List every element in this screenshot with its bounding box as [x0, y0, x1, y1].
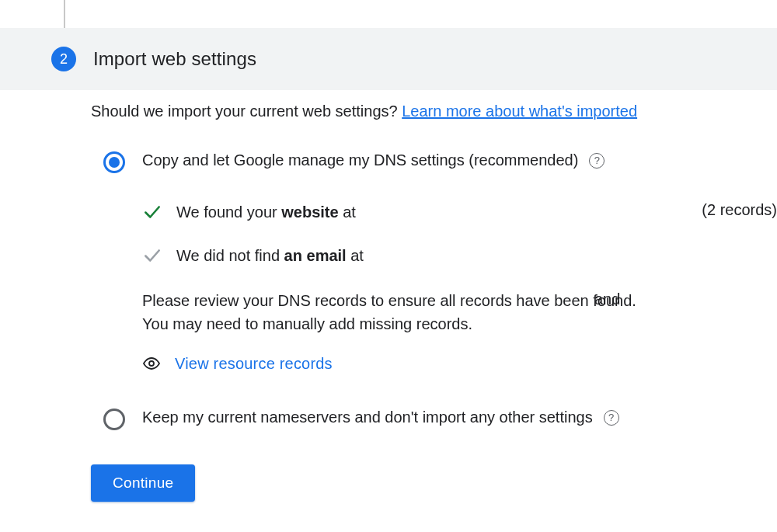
- continue-button[interactable]: Continue: [91, 464, 195, 502]
- check-icon: [142, 202, 162, 222]
- option-copy-dns-label-row: Copy and let Google manage my DNS settin…: [142, 151, 777, 169]
- check-gray-icon: [142, 245, 162, 266]
- eye-icon: [142, 354, 161, 373]
- step-body: Should we import your current web settin…: [91, 90, 777, 502]
- review-note: Please review your DNS records to ensure…: [142, 289, 777, 336]
- option-body-copy-dns: Copy and let Google manage my DNS settin…: [142, 151, 777, 373]
- found-website-row: We found your website at: [142, 202, 777, 222]
- step-number-badge: 2: [51, 47, 76, 71]
- found-website-and: and: [594, 290, 620, 308]
- found-email-prefix: We did not find: [176, 247, 284, 264]
- stepper-line: [64, 0, 65, 28]
- option-body-keep: Keep my current nameservers and don't im…: [142, 409, 777, 426]
- dns-detail-block: We found your website at We did not find…: [142, 202, 777, 266]
- radio-copy-dns[interactable]: [103, 151, 125, 173]
- option-copy-dns-label: Copy and let Google manage my DNS settin…: [142, 151, 578, 169]
- found-email-suffix: at: [347, 247, 364, 264]
- review-note-line-1: Please review your DNS records to ensure…: [142, 289, 777, 312]
- option-copy-dns[interactable]: Copy and let Google manage my DNS settin…: [103, 151, 777, 373]
- step-title: Import web settings: [93, 48, 256, 70]
- prompt-row: Should we import your current web settin…: [91, 103, 777, 120]
- found-email-bold: an email: [284, 247, 347, 264]
- found-website-bold: website: [281, 203, 338, 221]
- found-website-text: We found your website at: [176, 203, 356, 221]
- found-email-row: We did not find an email at: [142, 245, 777, 266]
- review-note-line-2: You may need to manually add missing rec…: [142, 312, 777, 336]
- view-resource-records[interactable]: View resource records: [142, 354, 333, 373]
- prompt-text: Should we import your current web settin…: [91, 103, 402, 120]
- records-count: (2 records): [702, 201, 777, 219]
- help-icon[interactable]: ?: [589, 153, 605, 169]
- radio-keep-nameservers[interactable]: [103, 409, 125, 430]
- step-header: 2 Import web settings: [0, 28, 777, 90]
- help-icon[interactable]: ?: [604, 410, 619, 426]
- found-email-text: We did not find an email at: [176, 247, 364, 265]
- option-keep-label-row: Keep my current nameservers and don't im…: [142, 409, 777, 426]
- found-website-suffix: at: [339, 203, 356, 221]
- found-website-prefix: We found your: [176, 203, 281, 221]
- learn-more-link[interactable]: Learn more about what's imported: [402, 103, 637, 120]
- view-records-label: View resource records: [175, 355, 333, 373]
- option-keep-label: Keep my current nameservers and don't im…: [142, 409, 593, 426]
- step-number: 2: [60, 51, 68, 68]
- option-keep-nameservers[interactable]: Keep my current nameservers and don't im…: [103, 409, 777, 430]
- svg-point-0: [149, 361, 154, 366]
- page: 2 Import web settings Should we import y…: [0, 0, 777, 532]
